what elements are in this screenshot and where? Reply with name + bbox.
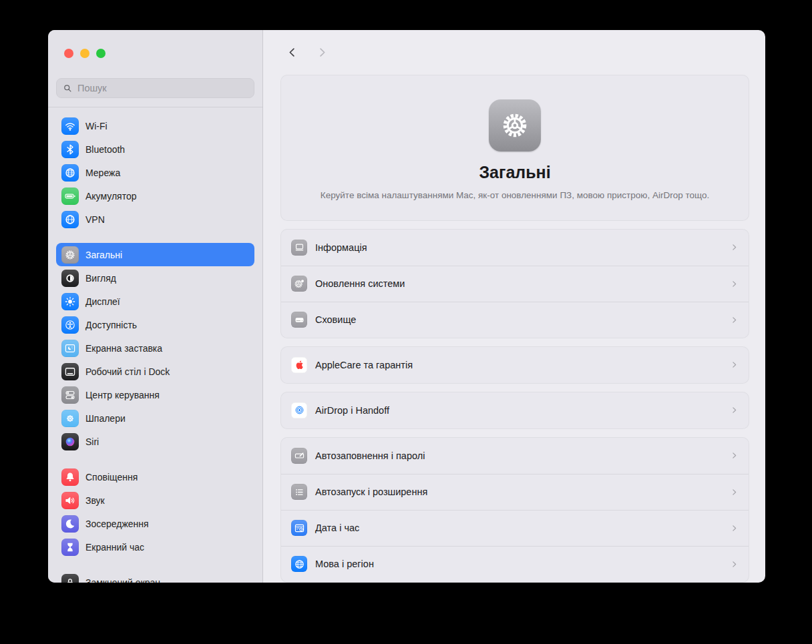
sidebar-item[interactable]: Робочий стіл і Dock (56, 360, 254, 383)
appearance-icon (61, 270, 79, 287)
sidebar-item-label: Шпалери (85, 413, 126, 424)
sidebar-item-label: Екранна заставка (85, 343, 162, 354)
moon-icon (61, 515, 79, 533)
sidebar-item-label: Звук (85, 495, 105, 506)
sidebar-item-label: Мережа (85, 168, 120, 178)
sidebar-item-label: Wi-Fi (85, 121, 108, 131)
sidebar-item-label: Сповіщення (85, 472, 138, 482)
sidebar-item-label: Доступність (85, 320, 137, 330)
globe-icon (291, 556, 307, 572)
settings-row-label: Інформація (315, 242, 722, 253)
settings-row-label: Автозапуск і розширення (315, 487, 722, 497)
chevron-right-icon (316, 46, 329, 59)
sidebar-item-label: Робочий стіл і Dock (85, 366, 170, 377)
sidebar-item[interactable]: Wi-Fi (56, 114, 254, 137)
search-icon (63, 83, 73, 93)
sidebar-nav: Wi-Fi Bluetooth Мережа Акумулятор VPN За… (48, 107, 262, 583)
settings-row-label: Сховище (315, 314, 722, 325)
page-title: Загальні (301, 163, 729, 182)
general-gear-icon (489, 99, 541, 151)
airdrop-icon (291, 402, 307, 418)
sidebar: Wi-Fi Bluetooth Мережа Акумулятор VPN За… (48, 30, 263, 583)
settings-row[interactable]: AppleCare та гарантія (281, 347, 749, 383)
system-settings-window: Wi-Fi Bluetooth Мережа Акумулятор VPN За… (48, 30, 765, 583)
settings-row[interactable]: Інформація (281, 230, 749, 266)
page-header-card: Загальні Керуйте всіма налаштуваннями Ma… (280, 75, 749, 221)
back-button[interactable] (286, 46, 298, 59)
chevron-right-icon (730, 524, 739, 533)
settings-row[interactable]: AirDrop і Handoff (281, 392, 749, 428)
settings-groups: Інформація Оновлення системи Сховище App… (280, 229, 749, 583)
speaker-icon (61, 492, 79, 509)
wifi-icon (61, 117, 79, 135)
sidebar-item[interactable]: Зосередження (56, 512, 254, 535)
desktop-dock-icon (61, 363, 79, 380)
sidebar-item[interactable]: Екранна заставка (56, 336, 254, 360)
globe-icon (61, 164, 79, 182)
settings-row[interactable]: Дата і час (281, 510, 749, 546)
screensaver-icon (61, 340, 79, 357)
hourglass-icon (61, 539, 79, 556)
sidebar-item[interactable]: Звук (56, 489, 254, 512)
vpn-globe-icon (61, 211, 79, 228)
sidebar-item-label: Акумулятор (85, 191, 137, 202)
sidebar-item-label: Замкнений екран (85, 577, 160, 583)
sidebar-item[interactable]: Загальні (56, 243, 254, 266)
list-icon (291, 484, 307, 500)
zoom-button[interactable] (96, 49, 106, 58)
sidebar-item[interactable]: Центр керування (56, 383, 254, 406)
sidebar-item[interactable]: Шпалери (56, 406, 254, 430)
lock-icon (61, 574, 79, 583)
settings-row[interactable]: Оновлення системи (281, 266, 749, 302)
sidebar-item[interactable]: Замкнений екран (56, 571, 254, 583)
chevron-right-icon (730, 360, 739, 369)
settings-row[interactable]: Мова і регіон (281, 546, 749, 582)
close-button[interactable] (64, 49, 73, 58)
settings-group-card: Інформація Оновлення системи Сховище (280, 229, 749, 338)
sidebar-item-label: Екранний час (85, 542, 144, 553)
settings-row[interactable]: Сховище (281, 302, 749, 338)
sidebar-item[interactable]: Мережа (56, 161, 254, 184)
sidebar-item[interactable]: Bluetooth (56, 137, 254, 161)
sidebar-item[interactable]: VPN (56, 208, 254, 231)
settings-group-card: AirDrop і Handoff (280, 392, 749, 429)
forward-button[interactable] (316, 46, 329, 59)
page-description: Керуйте всіма налаштуваннями Mac, як-от … (301, 188, 729, 203)
settings-content: Загальні Керуйте всіма налаштуваннями Ma… (263, 75, 765, 583)
autofill-icon (291, 448, 307, 464)
sidebar-item[interactable]: Екранний час (56, 535, 254, 559)
navigation-toolbar (263, 30, 765, 75)
accessibility-icon (61, 316, 79, 334)
window-controls (56, 49, 254, 58)
search-field[interactable] (56, 78, 254, 98)
desktop-background: Wi-Fi Bluetooth Мережа Акумулятор VPN За… (0, 0, 812, 644)
sidebar-item[interactable]: Сповіщення (56, 465, 254, 489)
sidebar-item[interactable]: Вигляд (56, 266, 254, 290)
settings-row-label: AirDrop і Handoff (315, 405, 722, 416)
sidebar-item[interactable]: Siri (56, 430, 254, 453)
settings-row-label: AppleCare та гарантія (315, 360, 722, 370)
settings-row-label: Дата і час (315, 523, 722, 533)
sidebar-item-label: Bluetooth (85, 144, 125, 155)
sidebar-item[interactable]: Акумулятор (56, 184, 254, 208)
settings-row-label: Мова і регіон (315, 559, 722, 569)
chevron-right-icon (730, 280, 739, 288)
chevron-right-icon (730, 560, 739, 569)
bluetooth-icon (61, 141, 79, 158)
chevron-right-icon (730, 451, 739, 460)
calendar-clock-icon (291, 520, 307, 536)
storage-icon (291, 312, 307, 328)
sidebar-item-label: Дисплеї (85, 296, 120, 307)
settings-row[interactable]: Автозаповнення і паролі (281, 438, 749, 474)
sidebar-item[interactable]: Доступність (56, 313, 254, 336)
settings-row[interactable]: Автозапуск і розширення (281, 474, 749, 510)
minimize-button[interactable] (80, 49, 89, 58)
sidebar-item-label: Вигляд (85, 273, 116, 284)
sidebar-item-label: Центр керування (85, 390, 160, 400)
chevron-left-icon (286, 46, 298, 59)
laptop-icon (291, 240, 307, 256)
chevron-right-icon (730, 243, 739, 252)
sidebar-item[interactable]: Дисплеї (56, 290, 254, 313)
settings-row-label: Автозаповнення і паролі (315, 450, 722, 461)
search-input[interactable] (77, 83, 248, 93)
